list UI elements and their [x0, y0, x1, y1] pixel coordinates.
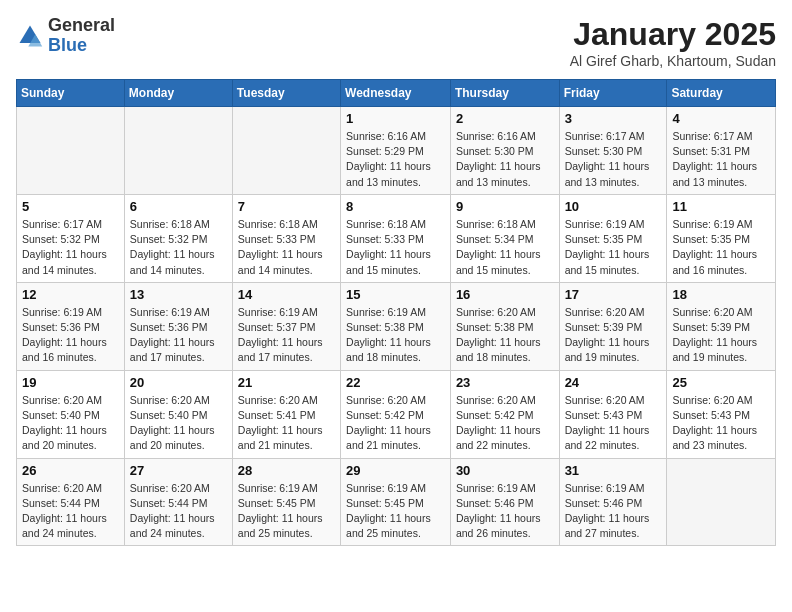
day-info: Sunrise: 6:19 AM Sunset: 5:35 PM Dayligh… [565, 217, 662, 278]
logo-text: General Blue [48, 16, 115, 56]
day-info: Sunrise: 6:19 AM Sunset: 5:45 PM Dayligh… [346, 481, 445, 542]
col-monday: Monday [124, 80, 232, 107]
calendar-week-row: 26Sunrise: 6:20 AM Sunset: 5:44 PM Dayli… [17, 458, 776, 546]
day-number: 6 [130, 199, 227, 214]
day-number: 28 [238, 463, 335, 478]
col-thursday: Thursday [450, 80, 559, 107]
day-number: 25 [672, 375, 770, 390]
day-number: 27 [130, 463, 227, 478]
day-number: 26 [22, 463, 119, 478]
table-row: 29Sunrise: 6:19 AM Sunset: 5:45 PM Dayli… [341, 458, 451, 546]
day-number: 23 [456, 375, 554, 390]
day-number: 16 [456, 287, 554, 302]
day-number: 13 [130, 287, 227, 302]
day-info: Sunrise: 6:18 AM Sunset: 5:32 PM Dayligh… [130, 217, 227, 278]
logo-general: General [48, 16, 115, 36]
day-info: Sunrise: 6:17 AM Sunset: 5:31 PM Dayligh… [672, 129, 770, 190]
table-row: 31Sunrise: 6:19 AM Sunset: 5:46 PM Dayli… [559, 458, 667, 546]
table-row: 21Sunrise: 6:20 AM Sunset: 5:41 PM Dayli… [232, 370, 340, 458]
day-number: 11 [672, 199, 770, 214]
day-info: Sunrise: 6:18 AM Sunset: 5:34 PM Dayligh… [456, 217, 554, 278]
day-number: 31 [565, 463, 662, 478]
day-number: 2 [456, 111, 554, 126]
table-row: 23Sunrise: 6:20 AM Sunset: 5:42 PM Dayli… [450, 370, 559, 458]
calendar-header-row: Sunday Monday Tuesday Wednesday Thursday… [17, 80, 776, 107]
day-number: 8 [346, 199, 445, 214]
day-info: Sunrise: 6:19 AM Sunset: 5:35 PM Dayligh… [672, 217, 770, 278]
day-number: 22 [346, 375, 445, 390]
day-number: 12 [22, 287, 119, 302]
table-row: 18Sunrise: 6:20 AM Sunset: 5:39 PM Dayli… [667, 282, 776, 370]
day-number: 19 [22, 375, 119, 390]
calendar-week-row: 19Sunrise: 6:20 AM Sunset: 5:40 PM Dayli… [17, 370, 776, 458]
title-block: January 2025 Al Giref Gharb, Khartoum, S… [570, 16, 776, 69]
day-number: 17 [565, 287, 662, 302]
calendar-week-row: 1Sunrise: 6:16 AM Sunset: 5:29 PM Daylig… [17, 107, 776, 195]
day-info: Sunrise: 6:20 AM Sunset: 5:42 PM Dayligh… [346, 393, 445, 454]
table-row: 2Sunrise: 6:16 AM Sunset: 5:30 PM Daylig… [450, 107, 559, 195]
calendar-title: January 2025 [570, 16, 776, 53]
table-row: 15Sunrise: 6:19 AM Sunset: 5:38 PM Dayli… [341, 282, 451, 370]
table-row: 22Sunrise: 6:20 AM Sunset: 5:42 PM Dayli… [341, 370, 451, 458]
day-info: Sunrise: 6:19 AM Sunset: 5:36 PM Dayligh… [22, 305, 119, 366]
day-number: 7 [238, 199, 335, 214]
day-info: Sunrise: 6:20 AM Sunset: 5:38 PM Dayligh… [456, 305, 554, 366]
day-number: 15 [346, 287, 445, 302]
day-info: Sunrise: 6:17 AM Sunset: 5:30 PM Dayligh… [565, 129, 662, 190]
day-info: Sunrise: 6:18 AM Sunset: 5:33 PM Dayligh… [346, 217, 445, 278]
day-info: Sunrise: 6:19 AM Sunset: 5:46 PM Dayligh… [565, 481, 662, 542]
table-row: 11Sunrise: 6:19 AM Sunset: 5:35 PM Dayli… [667, 194, 776, 282]
day-info: Sunrise: 6:20 AM Sunset: 5:40 PM Dayligh… [22, 393, 119, 454]
day-info: Sunrise: 6:19 AM Sunset: 5:45 PM Dayligh… [238, 481, 335, 542]
table-row: 16Sunrise: 6:20 AM Sunset: 5:38 PM Dayli… [450, 282, 559, 370]
day-number: 10 [565, 199, 662, 214]
logo-icon [16, 22, 44, 50]
day-number: 30 [456, 463, 554, 478]
day-info: Sunrise: 6:19 AM Sunset: 5:37 PM Dayligh… [238, 305, 335, 366]
table-row: 10Sunrise: 6:19 AM Sunset: 5:35 PM Dayli… [559, 194, 667, 282]
calendar-week-row: 12Sunrise: 6:19 AM Sunset: 5:36 PM Dayli… [17, 282, 776, 370]
table-row: 8Sunrise: 6:18 AM Sunset: 5:33 PM Daylig… [341, 194, 451, 282]
table-row: 5Sunrise: 6:17 AM Sunset: 5:32 PM Daylig… [17, 194, 125, 282]
day-info: Sunrise: 6:20 AM Sunset: 5:42 PM Dayligh… [456, 393, 554, 454]
table-row: 4Sunrise: 6:17 AM Sunset: 5:31 PM Daylig… [667, 107, 776, 195]
table-row: 1Sunrise: 6:16 AM Sunset: 5:29 PM Daylig… [341, 107, 451, 195]
day-info: Sunrise: 6:19 AM Sunset: 5:38 PM Dayligh… [346, 305, 445, 366]
col-sunday: Sunday [17, 80, 125, 107]
calendar-table: Sunday Monday Tuesday Wednesday Thursday… [16, 79, 776, 546]
day-number: 29 [346, 463, 445, 478]
day-info: Sunrise: 6:16 AM Sunset: 5:29 PM Dayligh… [346, 129, 445, 190]
calendar-subtitle: Al Giref Gharb, Khartoum, Sudan [570, 53, 776, 69]
day-number: 9 [456, 199, 554, 214]
col-friday: Friday [559, 80, 667, 107]
table-row: 3Sunrise: 6:17 AM Sunset: 5:30 PM Daylig… [559, 107, 667, 195]
day-number: 5 [22, 199, 119, 214]
logo-blue: Blue [48, 36, 115, 56]
table-row: 30Sunrise: 6:19 AM Sunset: 5:46 PM Dayli… [450, 458, 559, 546]
table-row: 6Sunrise: 6:18 AM Sunset: 5:32 PM Daylig… [124, 194, 232, 282]
table-row: 27Sunrise: 6:20 AM Sunset: 5:44 PM Dayli… [124, 458, 232, 546]
day-info: Sunrise: 6:19 AM Sunset: 5:36 PM Dayligh… [130, 305, 227, 366]
table-row: 7Sunrise: 6:18 AM Sunset: 5:33 PM Daylig… [232, 194, 340, 282]
table-row: 9Sunrise: 6:18 AM Sunset: 5:34 PM Daylig… [450, 194, 559, 282]
day-info: Sunrise: 6:20 AM Sunset: 5:39 PM Dayligh… [672, 305, 770, 366]
page-header: General Blue January 2025 Al Giref Gharb… [16, 16, 776, 69]
day-info: Sunrise: 6:20 AM Sunset: 5:43 PM Dayligh… [672, 393, 770, 454]
day-info: Sunrise: 6:20 AM Sunset: 5:44 PM Dayligh… [22, 481, 119, 542]
table-row: 25Sunrise: 6:20 AM Sunset: 5:43 PM Dayli… [667, 370, 776, 458]
day-number: 14 [238, 287, 335, 302]
day-info: Sunrise: 6:16 AM Sunset: 5:30 PM Dayligh… [456, 129, 554, 190]
day-info: Sunrise: 6:17 AM Sunset: 5:32 PM Dayligh… [22, 217, 119, 278]
day-info: Sunrise: 6:20 AM Sunset: 5:43 PM Dayligh… [565, 393, 662, 454]
table-row [17, 107, 125, 195]
day-number: 4 [672, 111, 770, 126]
day-number: 21 [238, 375, 335, 390]
table-row: 13Sunrise: 6:19 AM Sunset: 5:36 PM Dayli… [124, 282, 232, 370]
table-row: 24Sunrise: 6:20 AM Sunset: 5:43 PM Dayli… [559, 370, 667, 458]
day-number: 18 [672, 287, 770, 302]
table-row: 17Sunrise: 6:20 AM Sunset: 5:39 PM Dayli… [559, 282, 667, 370]
day-info: Sunrise: 6:20 AM Sunset: 5:39 PM Dayligh… [565, 305, 662, 366]
table-row: 26Sunrise: 6:20 AM Sunset: 5:44 PM Dayli… [17, 458, 125, 546]
day-info: Sunrise: 6:18 AM Sunset: 5:33 PM Dayligh… [238, 217, 335, 278]
table-row [667, 458, 776, 546]
